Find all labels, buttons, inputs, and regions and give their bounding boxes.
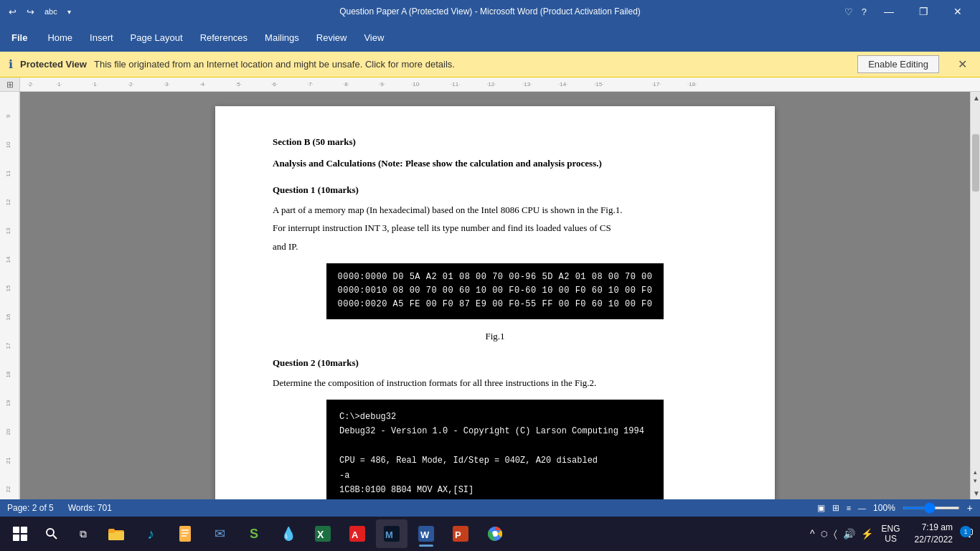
zoom-in-icon[interactable]: + [967,502,973,514]
svg-text:·1·: ·1· [56,81,62,88]
question1-text2: For interrupt instruction INT 3, please … [273,221,717,235]
battery-icon[interactable]: ⚡ [861,528,873,540]
qa-dropdown[interactable]: ▾ [65,6,74,17]
window-title: Question Paper A (Protected View) - Micr… [339,6,641,17]
protected-bar-close[interactable]: ✕ [953,56,971,72]
maximize-button[interactable]: ❐ [907,0,940,23]
svg-text:·11·: ·11· [451,81,460,88]
zoom-slider[interactable] [903,507,960,509]
abc-button[interactable]: abc [42,6,60,17]
svg-text:10: 10 [5,141,11,148]
system-clock[interactable]: 7:19 am 22/7/2022 [909,522,958,546]
minimize-button[interactable]: — [872,0,905,23]
menu-insert[interactable]: Insert [81,23,122,52]
svg-text:X: X [317,529,324,540]
volume-icon[interactable]: 🔊 [843,528,855,540]
taskbar-folder[interactable] [100,519,132,548]
document-area[interactable]: Section B (50 marks) Analysis and Calcul… [20,92,970,499]
document-page: Section B (50 marks) Analysis and Calcul… [215,106,775,499]
question1-text3: and IP. [273,240,717,254]
svg-point-36 [47,529,54,536]
scroll-small-down[interactable]: ▾ [974,477,977,484]
heart-icon[interactable]: ♡ [844,6,853,17]
zoom-level: 100% [873,503,895,513]
vertical-scrollbar[interactable]: ▲ ▴ ▾ ▼ [970,92,980,499]
fig1-caption: Fig.1 [273,329,717,344]
scroll-up-arrow[interactable]: ▲ [971,92,980,104]
svg-text:·13·: ·13· [522,81,532,88]
svg-text:18: 18 [5,371,11,377]
page-info: Page: 2 of 5 [7,503,54,513]
app-m-icon: M [384,526,400,542]
clock-time: 7:19 am [915,522,953,534]
taskbar-powerpoint[interactable]: P [445,519,476,548]
search-icon [45,527,58,540]
taskbar-right: ^ ⬡ 〈 🔊 ⚡ ENG US 7:19 am 22/7/2022 🗨 1 [810,522,974,546]
taskbar-dropbox[interactable]: 💧 [273,519,304,548]
tray-expand[interactable]: ^ [810,528,815,540]
titlebar: ↩ ↪ abc ▾ Question Paper A (Protected Vi… [0,0,980,23]
scroll-down-arrow[interactable]: ▼ [971,487,980,499]
scroll-small-up[interactable]: ▴ [974,468,977,476]
menu-page-layout[interactable]: Page Layout [122,23,192,52]
protected-view-message: This file originated from an Internet lo… [94,59,850,70]
svg-text:A: A [352,529,359,540]
svg-text:16: 16 [5,314,11,320]
scroll-thumb[interactable] [972,134,979,192]
menu-file[interactable]: File [0,23,39,52]
taskbar-search-button[interactable] [37,519,66,548]
taskbar-files[interactable] [169,519,201,548]
redo-button[interactable]: ↪ [24,5,37,19]
horizontal-ruler-row: ⊞ ·2· ·1· ·1· ·2· ·3· ·4· ·5· ·6· ·7· ·8… [0,77,980,92]
menu-home[interactable]: Home [39,23,81,52]
taskbar-app-m[interactable]: M [376,519,407,548]
menu-view[interactable]: View [355,23,392,52]
memmap-line2: 0000:0010 08 00 70 00 60 10 00 F0-60 10 … [338,286,653,296]
notification-center[interactable]: 🗨 1 [963,527,974,540]
svg-text:·18·: ·18· [687,81,697,88]
menu-mailings[interactable]: Mailings [256,23,308,52]
svg-text:21: 21 [5,457,11,463]
taskbar-acrobat[interactable]: A [341,519,373,548]
wifi-icon[interactable]: 〈 [834,528,837,540]
system-tray: ^ ⬡ 〈 🔊 ⚡ [810,528,873,540]
taskbar-word[interactable]: W [410,519,442,548]
svg-text:·2·: ·2· [128,81,134,88]
taskbar-chrome[interactable] [479,519,511,548]
language-indicator[interactable]: ENG US [877,524,905,544]
start-button[interactable] [6,519,34,548]
view-reading-icon[interactable]: ≡ [847,504,851,512]
debug-line2: Debug32 - Version 1.0 - Copyright (C) La… [339,426,644,436]
view-web-icon[interactable]: ⊞ [832,503,839,513]
svg-text:·5·: ·5· [235,81,242,88]
svg-rect-40 [108,529,115,533]
taskbar-app-s[interactable]: S [238,519,270,548]
svg-text:13: 13 [5,227,11,234]
taskbar: ⧉ ♪ ✉ S 💧 X A M [0,517,980,551]
svg-text:·9·: ·9· [379,81,385,88]
view-outline-icon[interactable]: — [858,504,866,512]
scroll-track[interactable] [971,104,980,466]
tray-icon1[interactable]: ⬡ [821,529,828,539]
help-icon[interactable]: ? [862,6,867,17]
svg-text:·4·: ·4· [199,81,206,88]
undo-button[interactable]: ↩ [6,5,19,19]
svg-text:·15·: ·15· [594,81,603,88]
menu-review[interactable]: Review [308,23,356,52]
view-print-icon[interactable]: ▣ [817,503,825,513]
language-region: US [882,534,900,544]
taskview-button[interactable]: ⧉ [69,519,98,548]
taskbar-excel[interactable]: X [307,519,339,548]
enable-editing-button[interactable]: Enable Editing [857,55,939,73]
close-button[interactable]: ✕ [941,0,974,23]
menu-references[interactable]: References [192,23,256,52]
memmap-line3: 0000:0020 A5 FE 00 F0 87 E9 00 F0-55 FF … [338,299,653,309]
svg-text:M: M [385,529,393,540]
statusbar-right: ▣ ⊞ ≡ — 100% + [817,502,973,514]
taskbar-music[interactable]: ♪ [135,519,166,548]
protected-view-label: Protected View [20,59,87,70]
taskbar-mail[interactable]: ✉ [204,519,235,548]
svg-text:12: 12 [5,199,11,205]
section-b-title: Section B (50 marks) [273,135,717,149]
svg-text:·7·: ·7· [307,81,314,88]
